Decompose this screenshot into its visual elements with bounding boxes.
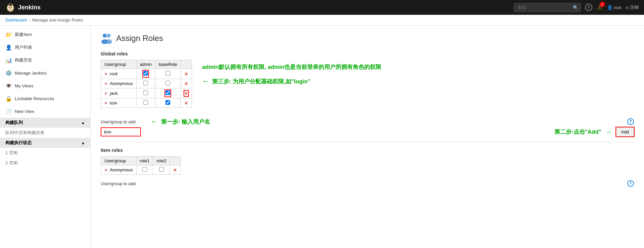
item-roles-title: Item roles <box>101 148 634 153</box>
sidebar-item-manage-jenkins[interactable]: ⚙️ Manage Jenkins <box>0 67 90 79</box>
content-area: Assign Roles Global roles User/group adm… <box>91 26 644 248</box>
logout-link[interactable]: ⎋ 注销 <box>626 4 639 10</box>
page-title: Assign Roles <box>116 34 163 43</box>
step3-annotation-text: 第三步: 为用户分配基础权限,如"login" <box>212 78 310 85</box>
sidebar-item-build-history[interactable]: 📊 构建历史 <box>0 54 90 67</box>
build-exec-chevron: ▲ <box>81 141 85 145</box>
checkbox-anon-role1[interactable] <box>142 167 147 172</box>
arrow-left-step3: ← <box>202 77 209 86</box>
table-row: ✕ Anonymous ✕ <box>101 165 181 175</box>
cell-anon-role1 <box>136 165 153 175</box>
users-icon: 👤 <box>5 44 12 51</box>
search-input[interactable] <box>514 3 581 12</box>
sidebar-item-my-views[interactable]: 👁️ My Views <box>0 79 90 92</box>
manage-icon: ⚙️ <box>5 70 12 76</box>
new-view-icon: 📄 <box>5 108 12 115</box>
svg-point-6 <box>11 7 12 8</box>
checkbox-anon-baserole[interactable] <box>165 81 170 85</box>
alert-badge[interactable]: ⚠ 1 <box>597 4 602 11</box>
cell-root-delete: ✕ <box>181 69 192 79</box>
item-col-user-group: User/group <box>101 157 137 165</box>
logout-label: 注销 <box>630 4 639 10</box>
row-delete-icon-root[interactable]: ✕ <box>104 72 107 76</box>
delete-tom-icon[interactable]: ✕ <box>184 100 188 106</box>
help-icon-global[interactable]: ? <box>627 118 634 125</box>
arrow-step1: ← <box>150 117 158 126</box>
sidebar-item-views-label: My Views <box>15 83 33 88</box>
row-delete-icon-anon-item[interactable]: ✕ <box>104 168 107 172</box>
global-table-wrap: User/group admin baseRole ✕ <box>101 60 192 113</box>
global-annotation-wrap: User/group admin baseRole ✕ <box>101 60 634 113</box>
checkbox-root-baserole[interactable] <box>165 71 170 76</box>
cell-jack-baserole <box>155 88 181 98</box>
sidebar-item-manage-label: Manage Jenkins <box>15 71 47 76</box>
delete-root-icon[interactable]: ✕ <box>184 71 188 77</box>
cell-anon-role2 <box>153 165 170 175</box>
sidebar-item-lockable[interactable]: 🔒 Lockable Resources <box>0 92 90 105</box>
delete-anon-icon[interactable]: ✕ <box>184 81 188 86</box>
build-exec-section[interactable]: 构建执行状态 ▲ <box>0 138 90 148</box>
global-help-circle[interactable]: ? <box>627 118 634 125</box>
main-layout: 📁 新建Item 👤 用户列表 📊 构建历史 ⚙️ Manage Jenkins… <box>0 26 644 248</box>
checkbox-anon-admin[interactable] <box>143 81 148 85</box>
user-link[interactable]: 👤 root <box>607 5 621 10</box>
add-user-row-global: User/group to add ← 第一步: 输入用户名 ? <box>101 117 634 126</box>
step1-annotation: 第一步: 输入用户名 <box>161 118 210 126</box>
cell-jack-delete: ✕ <box>181 88 192 98</box>
delete-jack-icon[interactable]: ✕ <box>184 91 188 96</box>
add-button-global[interactable]: Add <box>616 127 634 136</box>
build-queue-empty: 队列中没有构建任务 <box>0 128 90 138</box>
item-help-circle[interactable]: ? <box>627 180 634 187</box>
svg-point-4 <box>9 3 12 6</box>
user-cell-anon-item: ✕ Anonymous <box>101 165 137 175</box>
help-icon[interactable]: ? <box>585 4 592 11</box>
build-queue-chevron: ▲ <box>81 121 85 125</box>
add-user-left: User/group to add ← 第一步: 输入用户名 <box>101 117 627 126</box>
row-delete-icon-tom[interactable]: ✕ <box>104 101 107 105</box>
arrow-step2: → <box>605 128 612 136</box>
checkbox-anon-role2[interactable] <box>159 167 164 172</box>
logo-text: Jenkins <box>18 4 41 11</box>
col-admin: admin <box>136 60 155 69</box>
user-cell-anonymous: ✕ Anonymous <box>101 79 137 88</box>
sidebar-item-new-view-label: New View <box>15 109 34 114</box>
user-group-input[interactable] <box>101 127 141 136</box>
checkbox-jack-admin[interactable] <box>143 90 148 95</box>
cell-anon-baserole <box>155 79 181 88</box>
cell-anon-delete: ✕ <box>181 79 192 88</box>
row-delete-icon-anon[interactable]: ✕ <box>104 82 107 86</box>
views-icon: 👁️ <box>5 82 12 89</box>
logout-icon: ⎋ <box>626 5 629 10</box>
add-label-global: User/group to add <box>101 119 144 124</box>
sidebar: 📁 新建Item 👤 用户列表 📊 构建历史 ⚙️ Manage Jenkins… <box>0 26 91 248</box>
add-user-row-item: User/group to add ? <box>101 180 634 187</box>
sidebar-item-new-view[interactable]: 📄 New View <box>0 105 90 118</box>
user-label: root <box>614 5 621 10</box>
sidebar-item-users-label: 用户列表 <box>15 44 32 50</box>
header: Jenkins 🔍 ? ⚠ 1 👤 root ⎋ 注销 <box>0 0 644 15</box>
col-user-group: User/group <box>101 60 137 69</box>
global-roles-section: Global roles User/group admin baseRole <box>101 51 634 187</box>
section-divider <box>101 142 634 142</box>
checkbox-tom-baserole[interactable] <box>165 100 170 105</box>
user-cell-tom: ✕ tom <box>101 98 137 108</box>
row-delete-icon-jack[interactable]: ✕ <box>104 91 107 95</box>
sidebar-item-users[interactable]: 👤 用户列表 <box>0 41 90 54</box>
breadcrumb-home[interactable]: Dashboard <box>5 17 27 23</box>
cell-tom-delete: ✕ <box>181 98 192 108</box>
item-col-role2: role2 <box>153 157 170 165</box>
checkbox-tom-admin[interactable] <box>143 100 148 105</box>
table-row: ✕ root <box>101 69 192 79</box>
sidebar-item-new-item[interactable]: 📁 新建Item <box>0 28 90 41</box>
add-input-row-global: 第二步:点击"Add" → Add <box>101 127 634 136</box>
col-baserole: baseRole <box>155 60 181 69</box>
checkbox-root-admin[interactable] <box>143 71 148 76</box>
global-roles-table: User/group admin baseRole ✕ <box>101 60 192 108</box>
checkbox-jack-baserole[interactable] <box>165 90 170 95</box>
svg-point-8 <box>107 34 111 38</box>
delete-anon-item-icon[interactable]: ✕ <box>173 167 177 173</box>
cell-tom-admin <box>136 98 155 108</box>
build-queue-section[interactable]: 构建队列 ▲ <box>0 118 90 128</box>
breadcrumb: Dashboard › Manage and Assign Roles <box>0 15 644 26</box>
step2-annotation: 第二步:点击"Add" <box>554 128 601 136</box>
